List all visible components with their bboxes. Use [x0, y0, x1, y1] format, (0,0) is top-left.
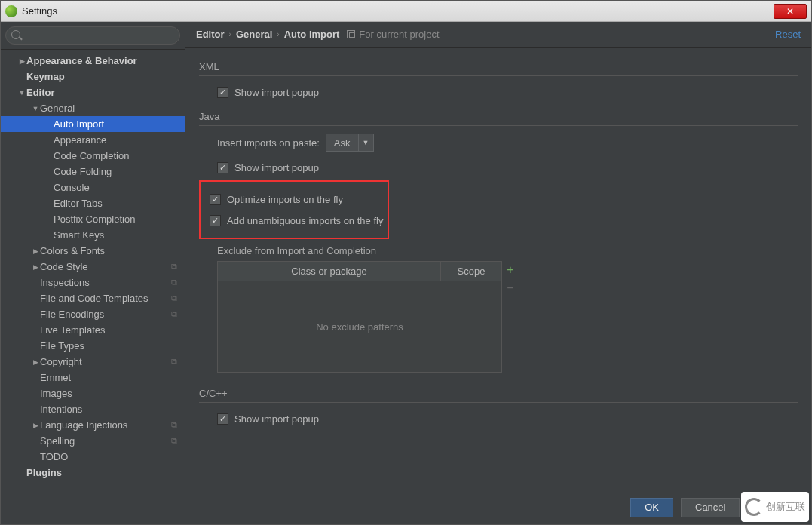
- sidebar-item-appearance-behavior[interactable]: ▶Appearance & Behavior: [1, 53, 185, 69]
- sidebar-item-console[interactable]: Console: [1, 180, 185, 195]
- remove-exclude-button[interactable]: −: [502, 279, 519, 297]
- sidebar-item-label: Smart Keys: [54, 229, 104, 241]
- sidebar-item-colors-fonts[interactable]: ▶Colors & Fonts: [1, 243, 185, 259]
- sidebar-item-label: Intentions: [40, 404, 82, 415]
- checkbox-icon[interactable]: ✓: [210, 215, 221, 226]
- project-scope-note: For current project: [347, 29, 439, 40]
- ok-button[interactable]: OK: [630, 498, 673, 517]
- xml-show-import-popup[interactable]: ✓ Show import popup: [217, 84, 798, 100]
- sidebar-item-code-folding[interactable]: Code Folding: [1, 164, 185, 180]
- tree-arrow-icon[interactable]: ▼: [17, 89, 26, 97]
- sidebar: ▶Appearance & BehaviorKeymap▼Editor▼Gene…: [1, 22, 185, 524]
- exclude-table: Class or package Scope No exclude patter…: [217, 261, 519, 373]
- window-title: Settings: [22, 5, 774, 17]
- sidebar-item-auto-import[interactable]: Auto Import: [1, 116, 185, 132]
- sidebar-item-spelling[interactable]: Spelling⧉: [1, 433, 185, 449]
- add-unambiguous-imports-checkbox[interactable]: ✓ Add unambiguous imports on the fly: [210, 212, 388, 229]
- sidebar-item-todo[interactable]: TODO: [1, 449, 185, 465]
- chevron-down-icon[interactable]: ▼: [358, 134, 373, 151]
- sidebar-item-general[interactable]: ▼General: [1, 100, 185, 116]
- sidebar-item-label: Spelling: [40, 435, 75, 447]
- watermark-icon: [745, 498, 763, 516]
- project-scope-icon: ⧉: [171, 293, 177, 303]
- sidebar-item-label: Postfix Completion: [54, 213, 135, 225]
- sidebar-item-label: Editor Tabs: [54, 198, 103, 209]
- checkbox-icon[interactable]: ✓: [217, 413, 228, 425]
- titlebar: Settings ✕: [1, 1, 811, 22]
- exclude-table-empty: No exclude patterns: [218, 281, 501, 372]
- search-icon: [11, 30, 20, 39]
- sidebar-item-editor[interactable]: ▼Editor: [1, 84, 185, 100]
- java-show-import-popup[interactable]: ✓ Show import popup: [217, 159, 798, 176]
- tree-arrow-icon[interactable]: ▶: [31, 358, 40, 366]
- optimize-imports-checkbox[interactable]: ✓ Optimize imports on the fly: [210, 191, 388, 207]
- project-scope-icon: ⧉: [171, 436, 177, 446]
- sidebar-item-file-types[interactable]: File Types: [1, 338, 185, 354]
- sidebar-item-label: General: [40, 103, 75, 114]
- sidebar-item-smart-keys[interactable]: Smart Keys: [1, 227, 185, 243]
- sidebar-item-label: Code Folding: [54, 166, 112, 177]
- close-button[interactable]: ✕: [774, 4, 807, 19]
- checkbox-icon[interactable]: ✓: [210, 194, 221, 205]
- sidebar-item-postfix-completion[interactable]: Postfix Completion: [1, 211, 185, 227]
- sidebar-item-label: Appearance & Behavior: [26, 55, 137, 66]
- sidebar-item-plugins[interactable]: Plugins: [1, 465, 185, 480]
- sidebar-item-label: Emmet: [40, 372, 71, 383]
- sidebar-item-keymap[interactable]: Keymap: [1, 69, 185, 84]
- sidebar-item-file-encodings[interactable]: File Encodings⧉: [1, 306, 185, 322]
- sidebar-item-editor-tabs[interactable]: Editor Tabs: [1, 195, 185, 211]
- checkbox-icon[interactable]: ✓: [217, 87, 228, 98]
- project-scope-icon: [347, 30, 355, 38]
- settings-tree[interactable]: ▶Appearance & BehaviorKeymap▼Editor▼Gene…: [1, 50, 185, 524]
- sidebar-item-label: File Encodings: [40, 309, 104, 320]
- checkbox-icon[interactable]: ✓: [217, 162, 228, 173]
- cancel-button[interactable]: Cancel: [681, 498, 740, 517]
- breadcrumb-editor[interactable]: Editor: [196, 29, 225, 40]
- insert-imports-select[interactable]: Ask ▼: [326, 134, 374, 152]
- sidebar-item-label: File Types: [40, 340, 84, 352]
- project-scope-icon: ⧉: [171, 420, 177, 430]
- sidebar-item-label: Auto Import: [54, 118, 104, 130]
- sidebar-item-language-injections[interactable]: ▶Language Injections⧉: [1, 417, 185, 433]
- tree-arrow-icon[interactable]: ▶: [31, 263, 40, 271]
- sidebar-item-label: Code Completion: [54, 150, 129, 161]
- sidebar-item-appearance[interactable]: Appearance: [1, 132, 185, 148]
- sidebar-item-label: Colors & Fonts: [40, 245, 105, 256]
- sidebar-item-label: Copyright: [40, 356, 82, 367]
- ccpp-show-import-popup[interactable]: ✓ Show import popup: [217, 410, 798, 427]
- sidebar-item-label: Language Injections: [40, 419, 127, 431]
- search-input[interactable]: [5, 26, 180, 45]
- sidebar-item-label: Appearance: [54, 134, 106, 146]
- breadcrumb-auto-import[interactable]: Auto Import: [284, 29, 340, 40]
- tree-arrow-icon[interactable]: ▶: [31, 422, 40, 429]
- dialog-footer: OK Cancel Apply: [185, 490, 811, 524]
- sidebar-item-live-templates[interactable]: Live Templates: [1, 322, 185, 338]
- watermark: 创新互联: [741, 492, 809, 522]
- app-logo-icon: [5, 5, 17, 17]
- sidebar-item-code-completion[interactable]: Code Completion: [1, 148, 185, 164]
- section-ccpp-title: C/C++: [199, 388, 798, 399]
- sidebar-item-label: Inspections: [40, 277, 90, 288]
- sidebar-item-label: Console: [54, 182, 90, 193]
- sidebar-item-label: Keymap: [26, 71, 65, 82]
- project-scope-icon: ⧉: [171, 262, 177, 272]
- sidebar-item-label: Editor: [26, 87, 55, 98]
- tree-arrow-icon[interactable]: ▶: [17, 57, 26, 65]
- sidebar-item-images[interactable]: Images: [1, 385, 185, 401]
- sidebar-item-intentions[interactable]: Intentions: [1, 401, 185, 417]
- sidebar-item-inspections[interactable]: Inspections⧉: [1, 275, 185, 290]
- tree-arrow-icon[interactable]: ▼: [31, 105, 40, 112]
- sidebar-item-emmet[interactable]: Emmet: [1, 370, 185, 385]
- sidebar-item-copyright[interactable]: ▶Copyright⧉: [1, 354, 185, 370]
- column-scope[interactable]: Scope: [441, 262, 501, 281]
- column-class-or-package[interactable]: Class or package: [218, 262, 441, 281]
- add-exclude-button[interactable]: +: [502, 261, 519, 279]
- breadcrumb-general[interactable]: General: [236, 29, 272, 40]
- sidebar-item-file-and-code-templates[interactable]: File and Code Templates⧉: [1, 290, 185, 306]
- project-scope-icon: ⧉: [171, 278, 177, 287]
- reset-link[interactable]: Reset: [775, 29, 801, 40]
- tree-arrow-icon[interactable]: ▶: [31, 247, 40, 255]
- sidebar-item-label: TODO: [40, 451, 68, 462]
- sidebar-item-label: File and Code Templates: [40, 293, 149, 304]
- sidebar-item-code-style[interactable]: ▶Code Style⧉: [1, 259, 185, 275]
